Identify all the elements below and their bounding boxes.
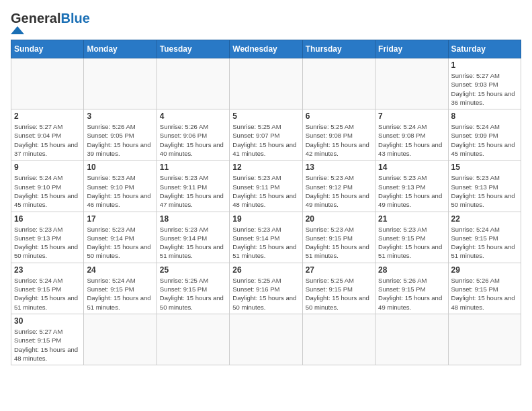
weekday-header-sunday: Sunday bbox=[11, 40, 84, 58]
calendar-cell: 9Sunrise: 5:24 AM Sunset: 9:10 PM Daylig… bbox=[11, 161, 84, 212]
weekday-header-thursday: Thursday bbox=[302, 40, 375, 58]
day-number: 26 bbox=[232, 265, 299, 275]
calendar-cell: 7Sunrise: 5:24 AM Sunset: 9:08 PM Daylig… bbox=[375, 109, 448, 161]
day-number: 3 bbox=[87, 111, 153, 121]
calendar-cell bbox=[302, 58, 375, 109]
weekday-header-tuesday: Tuesday bbox=[157, 40, 229, 58]
day-number: 27 bbox=[306, 265, 372, 275]
day-info: Sunrise: 5:25 AM Sunset: 9:08 PM Dayligh… bbox=[306, 122, 372, 158]
calendar-cell-empty bbox=[448, 314, 521, 365]
logo-text: GeneralBlue bbox=[11, 11, 90, 26]
day-info: Sunrise: 5:24 AM Sunset: 9:09 PM Dayligh… bbox=[451, 122, 518, 158]
weekday-header-wednesday: Wednesday bbox=[230, 40, 302, 58]
calendar-cell: 8Sunrise: 5:24 AM Sunset: 9:09 PM Daylig… bbox=[448, 109, 521, 161]
day-info: Sunrise: 5:23 AM Sunset: 9:15 PM Dayligh… bbox=[306, 225, 372, 261]
day-number: 16 bbox=[14, 214, 81, 224]
page-header: GeneralBlue bbox=[11, 11, 521, 34]
day-number: 28 bbox=[378, 265, 445, 275]
calendar-cell: 5Sunrise: 5:25 AM Sunset: 9:07 PM Daylig… bbox=[230, 109, 302, 161]
day-number: 9 bbox=[14, 163, 81, 172]
day-number: 4 bbox=[160, 111, 226, 121]
day-info: Sunrise: 5:25 AM Sunset: 9:16 PM Dayligh… bbox=[232, 276, 299, 312]
calendar-cell: 21Sunrise: 5:23 AM Sunset: 9:15 PM Dayli… bbox=[375, 212, 448, 263]
day-info: Sunrise: 5:24 AM Sunset: 9:08 PM Dayligh… bbox=[378, 122, 445, 158]
calendar-cell: 16Sunrise: 5:23 AM Sunset: 9:13 PM Dayli… bbox=[11, 212, 84, 263]
day-number: 30 bbox=[14, 316, 81, 326]
day-number: 15 bbox=[451, 163, 518, 172]
calendar-cell: 10Sunrise: 5:23 AM Sunset: 9:10 PM Dayli… bbox=[84, 161, 157, 212]
day-info: Sunrise: 5:25 AM Sunset: 9:15 PM Dayligh… bbox=[160, 276, 226, 312]
calendar-cell-30: 30Sunrise: 5:27 AM Sunset: 9:15 PM Dayli… bbox=[11, 314, 84, 365]
svg-marker-0 bbox=[11, 26, 24, 34]
day-info: Sunrise: 5:24 AM Sunset: 9:15 PM Dayligh… bbox=[87, 276, 153, 312]
day-number: 7 bbox=[378, 111, 445, 121]
calendar-cell: 12Sunrise: 5:23 AM Sunset: 9:11 PM Dayli… bbox=[230, 161, 302, 212]
calendar-cell-empty bbox=[84, 314, 157, 365]
calendar-cell: 26Sunrise: 5:25 AM Sunset: 9:16 PM Dayli… bbox=[230, 263, 302, 314]
calendar-cell: 22Sunrise: 5:24 AM Sunset: 9:15 PM Dayli… bbox=[448, 212, 521, 263]
weekday-header-saturday: Saturday bbox=[448, 40, 521, 58]
day-number: 5 bbox=[232, 111, 299, 121]
day-info: Sunrise: 5:23 AM Sunset: 9:14 PM Dayligh… bbox=[87, 225, 153, 261]
day-info: Sunrise: 5:23 AM Sunset: 9:12 PM Dayligh… bbox=[306, 173, 372, 209]
day-number: 10 bbox=[87, 163, 153, 172]
calendar-cell: 13Sunrise: 5:23 AM Sunset: 9:12 PM Dayli… bbox=[302, 161, 375, 212]
logo-general: General bbox=[11, 11, 60, 26]
logo: GeneralBlue bbox=[11, 11, 90, 34]
day-number: 21 bbox=[378, 214, 445, 224]
calendar-cell: 23Sunrise: 5:24 AM Sunset: 9:15 PM Dayli… bbox=[11, 263, 84, 314]
calendar-row-5: 30Sunrise: 5:27 AM Sunset: 9:15 PM Dayli… bbox=[11, 314, 521, 365]
day-number: 1 bbox=[451, 60, 518, 70]
day-number: 25 bbox=[160, 265, 226, 275]
day-number: 23 bbox=[14, 265, 81, 275]
calendar-cell: 1Sunrise: 5:27 AM Sunset: 9:03 PM Daylig… bbox=[448, 58, 521, 109]
day-info: Sunrise: 5:26 AM Sunset: 9:15 PM Dayligh… bbox=[378, 276, 445, 312]
logo-triangle-row bbox=[11, 26, 24, 34]
day-info: Sunrise: 5:23 AM Sunset: 9:13 PM Dayligh… bbox=[14, 225, 81, 261]
day-info: Sunrise: 5:27 AM Sunset: 9:03 PM Dayligh… bbox=[451, 71, 518, 107]
day-info: Sunrise: 5:24 AM Sunset: 9:10 PM Dayligh… bbox=[14, 173, 81, 209]
day-number: 11 bbox=[160, 163, 226, 172]
logo-blue: Blue bbox=[60, 11, 89, 26]
calendar-cell: 27Sunrise: 5:25 AM Sunset: 9:15 PM Dayli… bbox=[302, 263, 375, 314]
day-number: 18 bbox=[160, 214, 226, 224]
calendar-cell bbox=[84, 58, 157, 109]
day-info: Sunrise: 5:24 AM Sunset: 9:15 PM Dayligh… bbox=[451, 225, 518, 261]
day-info: Sunrise: 5:24 AM Sunset: 9:15 PM Dayligh… bbox=[14, 276, 81, 312]
day-number: 8 bbox=[451, 111, 518, 121]
day-info: Sunrise: 5:25 AM Sunset: 9:07 PM Dayligh… bbox=[232, 122, 299, 158]
calendar-cell: 18Sunrise: 5:23 AM Sunset: 9:14 PM Dayli… bbox=[157, 212, 229, 263]
day-number: 29 bbox=[451, 265, 518, 275]
day-number: 6 bbox=[306, 111, 372, 121]
day-number: 2 bbox=[14, 111, 81, 121]
day-number: 24 bbox=[87, 265, 153, 275]
calendar-cell-empty bbox=[375, 314, 448, 365]
day-info: Sunrise: 5:23 AM Sunset: 9:11 PM Dayligh… bbox=[160, 173, 226, 209]
calendar-cell: 11Sunrise: 5:23 AM Sunset: 9:11 PM Dayli… bbox=[157, 161, 229, 212]
day-info: Sunrise: 5:26 AM Sunset: 9:06 PM Dayligh… bbox=[160, 122, 226, 158]
calendar-cell bbox=[157, 58, 229, 109]
day-info: Sunrise: 5:27 AM Sunset: 9:15 PM Dayligh… bbox=[14, 327, 81, 363]
day-number: 19 bbox=[232, 214, 299, 224]
weekday-header-row: SundayMondayTuesdayWednesdayThursdayFrid… bbox=[11, 40, 521, 58]
logo-container: GeneralBlue bbox=[11, 11, 90, 34]
day-number: 12 bbox=[232, 163, 299, 172]
calendar-row-3: 16Sunrise: 5:23 AM Sunset: 9:13 PM Dayli… bbox=[11, 212, 521, 263]
calendar-row-0: 1Sunrise: 5:27 AM Sunset: 9:03 PM Daylig… bbox=[11, 58, 521, 109]
calendar-cell: 20Sunrise: 5:23 AM Sunset: 9:15 PM Dayli… bbox=[302, 212, 375, 263]
calendar-row-4: 23Sunrise: 5:24 AM Sunset: 9:15 PM Dayli… bbox=[11, 263, 521, 314]
calendar-cell: 17Sunrise: 5:23 AM Sunset: 9:14 PM Dayli… bbox=[84, 212, 157, 263]
calendar-cell: 28Sunrise: 5:26 AM Sunset: 9:15 PM Dayli… bbox=[375, 263, 448, 314]
calendar-table: SundayMondayTuesdayWednesdayThursdayFrid… bbox=[11, 40, 521, 365]
calendar-cell bbox=[375, 58, 448, 109]
calendar-cell: 4Sunrise: 5:26 AM Sunset: 9:06 PM Daylig… bbox=[157, 109, 229, 161]
day-info: Sunrise: 5:23 AM Sunset: 9:13 PM Dayligh… bbox=[378, 173, 445, 209]
day-info: Sunrise: 5:26 AM Sunset: 9:15 PM Dayligh… bbox=[451, 276, 518, 312]
day-info: Sunrise: 5:23 AM Sunset: 9:15 PM Dayligh… bbox=[378, 225, 445, 261]
day-info: Sunrise: 5:26 AM Sunset: 9:05 PM Dayligh… bbox=[87, 122, 153, 158]
calendar-cell: 15Sunrise: 5:23 AM Sunset: 9:13 PM Dayli… bbox=[448, 161, 521, 212]
calendar-cell-empty bbox=[302, 314, 375, 365]
day-info: Sunrise: 5:23 AM Sunset: 9:13 PM Dayligh… bbox=[451, 173, 518, 209]
calendar-row-2: 9Sunrise: 5:24 AM Sunset: 9:10 PM Daylig… bbox=[11, 161, 521, 212]
day-info: Sunrise: 5:27 AM Sunset: 9:04 PM Dayligh… bbox=[14, 122, 81, 158]
